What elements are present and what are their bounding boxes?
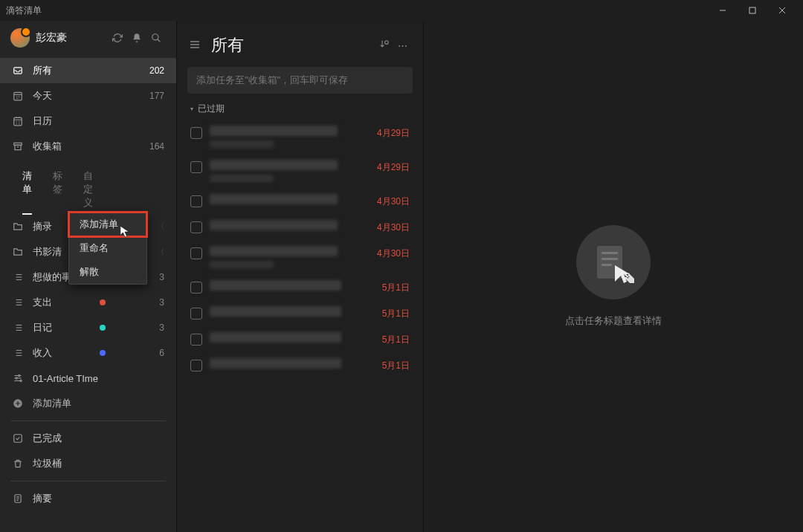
chevron-left-icon: 〈 bbox=[157, 247, 164, 257]
add-list-button[interactable]: 添加清单 bbox=[0, 391, 176, 416]
window-minimize-button[interactable] bbox=[708, 0, 738, 21]
task-body bbox=[210, 306, 375, 317]
task-sub-blur bbox=[210, 175, 274, 182]
window-close-button[interactable] bbox=[767, 0, 797, 21]
sidebar-tabs: 清单标签自定义 bbox=[0, 159, 176, 214]
footer-item-0[interactable]: 已完成 bbox=[0, 426, 176, 451]
nav-item-2[interactable]: 日历 bbox=[0, 108, 176, 134]
svg-rect-0 bbox=[749, 7, 755, 13]
task-row[interactable]: 4月30日 bbox=[187, 214, 413, 240]
task-row[interactable]: 4月30日 bbox=[187, 240, 413, 274]
nav-item-0[interactable]: 所有202 bbox=[0, 58, 176, 83]
menu-icon[interactable] bbox=[189, 39, 201, 53]
list-item-3[interactable]: 支出3 bbox=[0, 290, 176, 315]
detail-pane: 点击任务标题查看详情 bbox=[424, 21, 803, 532]
inbox-icon bbox=[12, 65, 24, 77]
task-row[interactable]: 5月1日 bbox=[187, 274, 413, 300]
task-title-blur bbox=[210, 358, 341, 369]
nav-item-3[interactable]: 收集箱164 bbox=[0, 134, 176, 159]
task-row[interactable]: 4月30日 bbox=[187, 188, 413, 214]
tab-1[interactable]: 标签 bbox=[42, 165, 73, 214]
trash-icon bbox=[12, 458, 24, 470]
sync-icon[interactable] bbox=[108, 28, 127, 48]
task-title-blur bbox=[210, 126, 338, 136]
task-checkbox[interactable] bbox=[190, 161, 202, 173]
task-row[interactable]: 5月1日 bbox=[187, 352, 413, 378]
context-menu-item-1[interactable]: 重命名 bbox=[69, 236, 146, 260]
task-row[interactable]: 4月29日 bbox=[187, 154, 413, 188]
search-icon[interactable] bbox=[146, 28, 166, 48]
list-item-5[interactable]: 收入6 bbox=[0, 340, 176, 366]
task-checkbox[interactable] bbox=[190, 282, 202, 293]
svg-rect-17 bbox=[602, 258, 618, 260]
task-body bbox=[210, 220, 370, 230]
task-body bbox=[210, 332, 375, 343]
username[interactable]: 彭宏豪 bbox=[36, 31, 108, 45]
more-icon[interactable]: ⋯ bbox=[393, 40, 411, 51]
task-body bbox=[210, 194, 370, 204]
list-label: 书影清 bbox=[33, 245, 62, 259]
nav-label: 所有 bbox=[33, 64, 52, 77]
context-menu-item-2[interactable]: 解散 bbox=[69, 260, 146, 284]
nav-count: 202 bbox=[149, 65, 164, 76]
empty-illustration bbox=[576, 225, 651, 299]
task-body bbox=[210, 160, 370, 182]
color-dot bbox=[100, 350, 106, 356]
task-title-blur bbox=[210, 194, 338, 204]
sort-icon[interactable] bbox=[375, 39, 393, 52]
folder-icon bbox=[12, 246, 24, 258]
list-label: 摘录 bbox=[33, 220, 52, 233]
tune-icon bbox=[12, 372, 24, 384]
svg-rect-5 bbox=[14, 117, 22, 126]
list-label: 支出 bbox=[33, 296, 52, 309]
bell-icon[interactable] bbox=[127, 28, 146, 48]
list-icon bbox=[12, 347, 24, 359]
task-checkbox[interactable] bbox=[190, 127, 202, 139]
footer-item-2[interactable]: 摘要 bbox=[0, 486, 176, 511]
list-icon bbox=[12, 271, 24, 283]
plus-circle-icon bbox=[12, 398, 24, 409]
svg-rect-16 bbox=[602, 252, 618, 254]
list-icon bbox=[12, 322, 24, 334]
svg-rect-18 bbox=[602, 264, 612, 266]
task-date: 4月30日 bbox=[377, 220, 410, 234]
list-label: 01-Article TIme bbox=[33, 373, 98, 384]
add-list-label: 添加清单 bbox=[33, 397, 71, 410]
task-title-blur bbox=[210, 246, 338, 256]
window-maximize-button[interactable] bbox=[738, 0, 767, 21]
context-menu: 添加清单重命名解散 bbox=[68, 212, 147, 285]
list-item-6[interactable]: 01-Article TIme bbox=[0, 366, 176, 391]
app-title: 滴答清单 bbox=[6, 4, 42, 17]
context-menu-item-0[interactable]: 添加清单 bbox=[69, 213, 146, 236]
footer-label: 已完成 bbox=[33, 432, 62, 445]
tab-0[interactable]: 清单 bbox=[12, 165, 42, 214]
task-checkbox[interactable] bbox=[190, 360, 202, 372]
task-checkbox[interactable] bbox=[190, 247, 202, 259]
task-date: 5月1日 bbox=[382, 358, 410, 372]
list-item-4[interactable]: 日记3 bbox=[0, 315, 176, 340]
task-checkbox[interactable] bbox=[190, 195, 202, 207]
svg-point-8 bbox=[19, 374, 20, 376]
task-checkbox[interactable] bbox=[190, 334, 202, 346]
footer-item-1[interactable]: 垃圾桶 bbox=[0, 451, 176, 476]
task-date: 5月1日 bbox=[382, 280, 410, 294]
avatar[interactable] bbox=[10, 28, 30, 48]
group-overdue[interactable]: ▾ 已过期 bbox=[187, 94, 413, 120]
svg-point-9 bbox=[16, 377, 17, 379]
task-row[interactable]: 5月1日 bbox=[187, 300, 413, 326]
task-row[interactable]: 5月1日 bbox=[187, 326, 413, 352]
title-bar: 滴答清单 bbox=[0, 0, 803, 21]
task-row[interactable]: 4月29日 bbox=[187, 120, 413, 154]
profile-section: 彭宏豪 bbox=[0, 21, 176, 58]
nav-item-1[interactable]: 17今天177 bbox=[0, 83, 176, 108]
chevron-down-icon: ▾ bbox=[190, 106, 193, 112]
svg-rect-12 bbox=[14, 435, 22, 443]
task-checkbox[interactable] bbox=[190, 221, 202, 233]
add-task-input[interactable]: 添加任务至"收集箱"，回车即可保存 bbox=[187, 67, 413, 94]
add-task-placeholder: 添加任务至"收集箱"，回车即可保存 bbox=[196, 74, 348, 87]
task-date: 4月29日 bbox=[377, 160, 410, 174]
list-count: 3 bbox=[159, 272, 164, 282]
folder-icon bbox=[12, 221, 24, 233]
task-checkbox[interactable] bbox=[190, 308, 202, 319]
tab-2[interactable]: 自定义 bbox=[73, 165, 103, 214]
